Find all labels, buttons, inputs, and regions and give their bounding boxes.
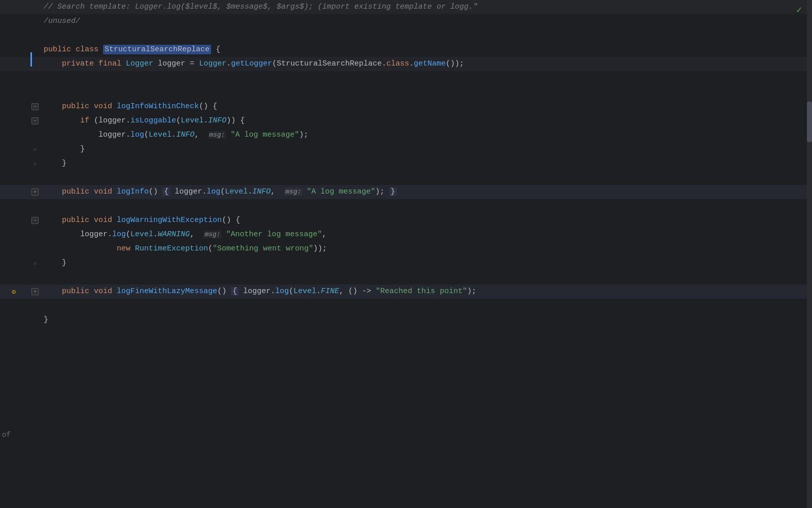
code-line: − if (logger.isLoggable(Level.INFO)) {: [0, 114, 812, 128]
fold-closed-icon[interactable]: +: [31, 188, 39, 196]
code-line: // Search template: Logger.log($level$, …: [0, 0, 812, 14]
code-content: // Search template: Logger.log($level$, …: [0, 0, 812, 327]
code-line: public class StructuralSearchReplace {: [0, 43, 812, 57]
code-line: private final Logger logger = Logger.get…: [0, 57, 812, 71]
line-code: logger.log(Level.WARNING, msg: "Another …: [40, 228, 812, 242]
code-line: ◇ }: [0, 156, 812, 171]
code-line: [0, 171, 812, 185]
line-code: public void logWarningWithException() {: [40, 213, 812, 228]
code-line: [0, 299, 812, 313]
line-code: /unused/: [40, 14, 812, 28]
code-line: ◇ }: [0, 142, 812, 156]
fold-dash-icon: ◇: [31, 146, 39, 153]
line-code: private final Logger logger = Logger.get…: [40, 57, 812, 71]
line-gutter: ⊙: [0, 288, 30, 296]
fold-icon-area[interactable]: ◇: [30, 160, 40, 167]
code-line: [0, 85, 812, 100]
fold-icon-area[interactable]: +: [30, 188, 40, 196]
code-line: ◇ }: [0, 256, 812, 270]
scrollbar-thumb[interactable]: [807, 102, 812, 142]
fold-open-icon[interactable]: −: [31, 117, 39, 124]
line-code: public class StructuralSearchReplace {: [40, 43, 812, 57]
code-editor: // Search template: Logger.log($level$, …: [0, 0, 812, 508]
code-line: logger.log(Level.WARNING, msg: "Another …: [0, 228, 812, 242]
fold-open-icon[interactable]: −: [31, 103, 39, 110]
line-code: // Search template: Logger.log($level$, …: [40, 0, 812, 14]
current-line-indicator: [30, 52, 32, 67]
line-code: public void logInfo() { logger.log(Level…: [40, 185, 812, 199]
code-line: }: [0, 313, 812, 327]
fold-icon-area[interactable]: ◇: [30, 146, 40, 153]
code-line: − public void logWarningWithException() …: [0, 213, 812, 228]
line-code: public void logFineWithLazyMessage() { l…: [40, 284, 812, 299]
code-line: [0, 270, 812, 284]
fold-dash-icon: ◇: [31, 160, 39, 167]
fold-icon-area[interactable]: +: [30, 288, 40, 295]
fold-icon-area[interactable]: −: [30, 217, 40, 224]
code-line: [0, 71, 812, 85]
fold-icon-area[interactable]: −: [30, 117, 40, 124]
line-code: }: [40, 142, 812, 156]
code-line: logger.log(Level.INFO, msg: "A log messa…: [0, 128, 812, 142]
code-line: ⊙+ public void logFineWithLazyMessage() …: [0, 284, 812, 299]
line-code: }: [40, 313, 812, 327]
code-line: − public void logInfoWithinCheck() {: [0, 100, 812, 114]
line-code: logger.log(Level.INFO, msg: "A log messa…: [40, 128, 812, 142]
line-code: }: [40, 256, 812, 270]
line-code: public void logInfoWithinCheck() {: [40, 100, 812, 114]
fold-closed-icon[interactable]: +: [31, 288, 39, 295]
checkmark-icon: ✓: [796, 4, 802, 15]
bottom-of-text: of: [0, 431, 11, 439]
code-line: /unused/: [0, 14, 812, 28]
line-code: }: [40, 156, 812, 171]
code-line: + public void logInfo() { logger.log(Lev…: [0, 185, 812, 199]
vertical-scrollbar[interactable]: [807, 0, 812, 508]
code-line: new RuntimeException("Something went wro…: [0, 242, 812, 256]
line-code: if (logger.isLoggable(Level.INFO)) {: [40, 114, 812, 128]
fold-icon-area[interactable]: −: [30, 103, 40, 110]
code-line: [0, 28, 812, 43]
bookmark-icon: ⊙: [12, 288, 16, 296]
fold-icon-area[interactable]: ◇: [30, 260, 40, 267]
line-code: new RuntimeException("Something went wro…: [40, 242, 812, 256]
fold-dash-icon: ◇: [31, 260, 39, 267]
code-line: [0, 199, 812, 213]
fold-open-icon[interactable]: −: [31, 217, 39, 224]
